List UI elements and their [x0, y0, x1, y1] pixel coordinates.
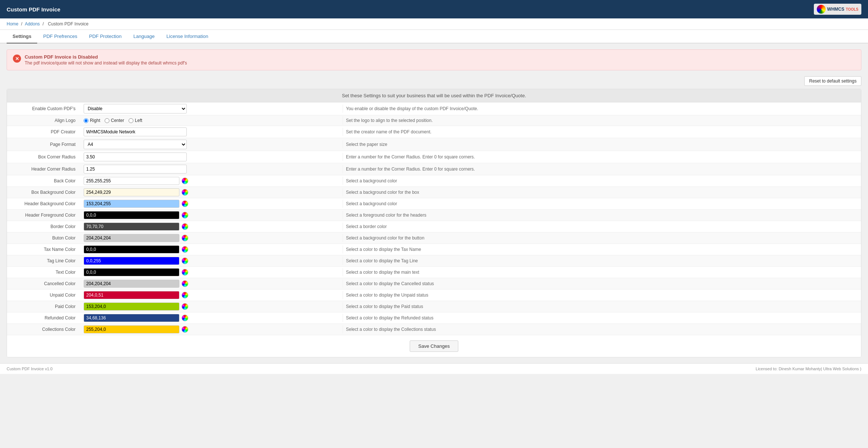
color-text-border-color[interactable] — [84, 223, 179, 231]
field-input-unpaid-color[interactable] — [81, 290, 343, 301]
field-label-header-bg-color: Header Background Color — [7, 199, 81, 209]
field-input-box-corner-radius[interactable] — [81, 151, 343, 163]
color-swatch-refunded-color[interactable] — [182, 315, 188, 321]
save-button[interactable]: Save Changes — [410, 340, 458, 352]
color-text-tax-name-color[interactable] — [84, 245, 179, 253]
color-wrap-cancelled-color — [84, 280, 340, 288]
form-row-page-format: Page FormatA4LetterLegalSelect the paper… — [7, 138, 861, 151]
field-label-refunded-color: Refunded Color — [7, 313, 81, 323]
radio-right[interactable] — [84, 118, 88, 123]
number-box-corner-radius[interactable] — [84, 153, 187, 161]
color-swatch-collections-color[interactable] — [182, 326, 188, 333]
color-swatch-button-color[interactable] — [182, 235, 188, 241]
field-input-cancelled-color[interactable] — [81, 278, 343, 289]
color-swatch-tax-name-color[interactable] — [182, 246, 188, 253]
radio-label-center[interactable]: Center — [105, 118, 124, 123]
color-text-header-bg-color[interactable] — [84, 200, 179, 208]
form-row-header-fg-color: Header Foreground ColorSelect a foregrou… — [7, 210, 861, 221]
field-label-tax-name-color: Tax Name Color — [7, 244, 81, 255]
field-input-back-color[interactable] — [81, 175, 343, 186]
color-text-back-color[interactable] — [84, 177, 179, 185]
field-label-page-format: Page Format — [7, 139, 81, 150]
field-desc-header-corner-radius: Enter a number for the Corner Radius. En… — [343, 165, 861, 173]
field-input-tax-name-color[interactable] — [81, 244, 343, 255]
color-text-box-bg-color[interactable] — [84, 188, 179, 196]
tab-license-information[interactable]: License Information — [161, 30, 214, 43]
form-row-unpaid-color: Unpaid ColorSelect a color to display th… — [7, 290, 861, 301]
field-input-box-bg-color[interactable] — [81, 187, 343, 198]
field-desc-tax-name-color: Select a color to display the Tax Name — [343, 245, 861, 253]
color-text-collections-color[interactable] — [84, 325, 179, 333]
color-text-refunded-color[interactable] — [84, 314, 179, 322]
field-desc-pdf-creator: Set the creator name of the PDF document… — [343, 128, 861, 136]
logo-icon — [817, 5, 826, 14]
field-input-header-bg-color[interactable] — [81, 198, 343, 209]
alert-box: ✕ Custom PDF Invoice is Disabled The pdf… — [7, 49, 861, 70]
alert-content: Custom PDF Invoice is Disabled The pdf i… — [25, 54, 187, 66]
breadcrumb-addons[interactable]: Addons — [25, 21, 40, 27]
logo-box: WHMCS TOOLS — [814, 4, 861, 15]
select-enable-custom-pdf[interactable]: DisableEnable — [84, 104, 187, 113]
form-row-box-corner-radius: Box Corner RadiusEnter a number for the … — [7, 151, 861, 163]
field-desc-align-logo: Set the logo to align to the selected po… — [343, 116, 861, 125]
color-swatch-tag-line-color[interactable] — [182, 258, 188, 264]
radio-label-left[interactable]: Left — [129, 118, 142, 123]
field-label-paid-color: Paid Color — [7, 301, 81, 312]
radio-left[interactable] — [129, 118, 133, 123]
radio-center[interactable] — [105, 118, 109, 123]
breadcrumb-sep2: / — [42, 21, 43, 27]
field-input-tag-line-color[interactable] — [81, 255, 343, 266]
field-input-collections-color[interactable] — [81, 324, 343, 335]
color-text-button-color[interactable] — [84, 234, 179, 242]
field-input-header-corner-radius[interactable] — [81, 163, 343, 175]
color-swatch-unpaid-color[interactable] — [182, 292, 188, 298]
color-swatch-header-bg-color[interactable] — [182, 200, 188, 207]
field-input-text-color[interactable] — [81, 267, 343, 278]
field-label-border-color: Border Color — [7, 221, 81, 232]
field-desc-refunded-color: Select a color to display the Refunded s… — [343, 314, 861, 322]
select-page-format[interactable]: A4LetterLegal — [84, 140, 187, 149]
color-swatch-paid-color[interactable] — [182, 303, 188, 310]
color-swatch-text-color[interactable] — [182, 269, 188, 276]
breadcrumb-home[interactable]: Home — [7, 21, 18, 27]
form-row-refunded-color: Refunded ColorSelect a color to display … — [7, 312, 861, 324]
field-desc-enable-custom-pdf: You enable or disable the display of the… — [343, 105, 861, 113]
tab-pdf-preferences[interactable]: PDF Prefrences — [37, 30, 83, 43]
field-input-align-logo[interactable]: RightCenterLeft — [81, 116, 343, 125]
color-text-unpaid-color[interactable] — [84, 291, 179, 299]
color-text-tag-line-color[interactable] — [84, 257, 179, 265]
color-text-paid-color[interactable] — [84, 302, 179, 311]
field-input-header-fg-color[interactable] — [81, 210, 343, 221]
field-input-page-format[interactable]: A4LetterLegal — [81, 138, 343, 151]
field-input-button-color[interactable] — [81, 232, 343, 244]
color-swatch-back-color[interactable] — [182, 178, 188, 184]
color-swatch-box-bg-color[interactable] — [182, 189, 188, 196]
field-desc-box-bg-color: Select a background color for the box — [343, 188, 861, 196]
form-row-back-color: Back ColorSelect a background color — [7, 175, 861, 187]
form-row-pdf-creator: PDF CreatorSet the creator name of the P… — [7, 126, 861, 138]
alert-title: Custom PDF Invoice is Disabled — [25, 54, 187, 60]
color-text-cancelled-color[interactable] — [84, 280, 179, 288]
color-text-header-fg-color[interactable] — [84, 211, 179, 219]
color-swatch-cancelled-color[interactable] — [182, 280, 188, 287]
logo-area: WHMCS TOOLS — [814, 4, 861, 15]
form-row-collections-color: Collections ColorSelect a color to displ… — [7, 324, 861, 335]
color-swatch-header-fg-color[interactable] — [182, 212, 188, 218]
tab-settings[interactable]: Settings — [7, 30, 37, 43]
color-swatch-border-color[interactable] — [182, 223, 188, 230]
text-pdf-creator[interactable] — [84, 127, 187, 136]
tab-pdf-protection[interactable]: PDF Protection — [83, 30, 127, 43]
color-text-text-color[interactable] — [84, 268, 179, 276]
field-input-pdf-creator[interactable] — [81, 126, 343, 138]
field-label-enable-custom-pdf: Enable Custom PDF's — [7, 104, 81, 114]
number-header-corner-radius[interactable] — [84, 165, 187, 174]
radio-label-right[interactable]: Right — [84, 118, 100, 123]
field-input-paid-color[interactable] — [81, 301, 343, 312]
form-row-tax-name-color: Tax Name ColorSelect a color to display … — [7, 244, 861, 255]
reset-button[interactable]: Reset to default settings — [804, 76, 861, 86]
tab-language[interactable]: Language — [127, 30, 161, 43]
field-input-border-color[interactable] — [81, 221, 343, 232]
field-label-box-corner-radius: Box Corner Radius — [7, 152, 81, 162]
field-input-refunded-color[interactable] — [81, 312, 343, 323]
field-input-enable-custom-pdf[interactable]: DisableEnable — [81, 102, 343, 115]
